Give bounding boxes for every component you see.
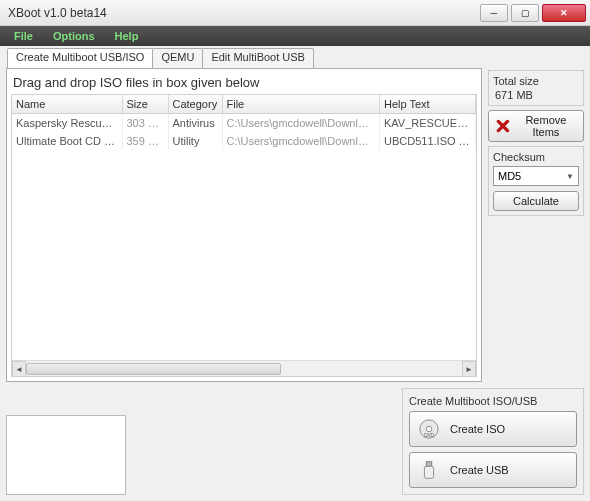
svg-text:DVD: DVD xyxy=(424,433,434,438)
tab-qemu[interactable]: QEMU xyxy=(152,48,203,68)
usb-icon xyxy=(418,459,440,481)
content-area: Create Multiboot USB/ISO QEMU Edit Multi… xyxy=(0,46,590,501)
menu-options[interactable]: Options xyxy=(43,28,105,44)
title-bar: XBoot v1.0 beta14 ─ ▢ ✕ xyxy=(0,0,590,26)
col-size[interactable]: Size xyxy=(122,95,168,114)
create-group: Create Multiboot ISO/USB DVD Create ISO … xyxy=(402,388,584,495)
svg-rect-3 xyxy=(426,462,432,467)
scroll-right-arrow-icon[interactable]: ► xyxy=(462,361,476,377)
create-usb-button[interactable]: Create USB xyxy=(409,452,577,488)
create-group-title: Create Multiboot ISO/USB xyxy=(409,395,577,407)
cell-file: C:\Users\gmcdowell\Downloads\ubcd511.iso xyxy=(222,132,380,150)
checksum-value: MD5 xyxy=(498,170,521,182)
create-iso-label: Create ISO xyxy=(450,423,505,435)
create-usb-label: Create USB xyxy=(450,464,509,476)
cell-category: Antivirus xyxy=(168,114,222,133)
total-size-box: Total size 671 MB xyxy=(488,70,584,106)
preview-box xyxy=(6,415,126,495)
cell-size: 303 MB xyxy=(122,114,168,133)
calculate-button[interactable]: Calculate xyxy=(493,191,579,211)
scroll-thumb[interactable] xyxy=(26,363,281,375)
maximize-button[interactable]: ▢ xyxy=(511,4,539,22)
svg-point-1 xyxy=(426,426,432,432)
cell-file: C:\Users\gmcdowell\Downloads\kav_rescue_… xyxy=(222,114,380,133)
tab-create-multiboot[interactable]: Create Multiboot USB/ISO xyxy=(7,48,153,68)
tab-edit-multiboot[interactable]: Edit MultiBoot USB xyxy=(202,48,314,68)
col-name[interactable]: Name xyxy=(12,95,122,114)
col-category[interactable]: Category xyxy=(168,95,222,114)
drop-hint: Drag and drop ISO files in box given bel… xyxy=(11,73,477,94)
menu-file[interactable]: File xyxy=(4,28,43,44)
menu-help[interactable]: Help xyxy=(105,28,149,44)
menu-bar: File Options Help xyxy=(0,26,590,46)
tab-panel-create: Drag and drop ISO files in box given bel… xyxy=(6,68,482,382)
horizontal-scrollbar[interactable]: ◄ ► xyxy=(12,360,476,376)
col-file[interactable]: File xyxy=(222,95,380,114)
checksum-box: Checksum MD5 ▼ Calculate xyxy=(488,146,584,216)
total-size-label: Total size xyxy=(493,75,579,87)
calculate-label: Calculate xyxy=(513,195,559,207)
dvd-icon: DVD xyxy=(418,418,440,440)
tab-strip: Create Multiboot USB/ISO QEMU Edit Multi… xyxy=(7,48,584,68)
cell-help: KAV_RESCUE_10 xyxy=(380,114,476,133)
cell-size: 359 MB xyxy=(122,132,168,150)
remove-items-button[interactable]: Remove Items xyxy=(488,110,584,142)
table-row[interactable]: Kaspersky Rescue Disk 303 MB Antivirus C… xyxy=(12,114,476,133)
svg-rect-4 xyxy=(424,466,433,478)
table-row[interactable]: Ultimate Boot CD 4 DOS 359 MB Utility C:… xyxy=(12,132,476,150)
bottom-bar: Create Multiboot ISO/USB DVD Create ISO … xyxy=(6,388,584,495)
close-button[interactable]: ✕ xyxy=(542,4,586,22)
cell-help: UBCD511.ISO (35 xyxy=(380,132,476,150)
table-empty-area[interactable] xyxy=(12,150,476,360)
minimize-button[interactable]: ─ xyxy=(480,4,508,22)
col-help[interactable]: Help Text xyxy=(380,95,476,114)
remove-items-label: Remove Items xyxy=(515,114,577,138)
cell-category: Utility xyxy=(168,132,222,150)
chevron-down-icon: ▼ xyxy=(566,172,574,181)
window-buttons: ─ ▢ ✕ xyxy=(480,4,586,22)
scroll-left-arrow-icon[interactable]: ◄ xyxy=(12,361,26,377)
table-header-row: Name Size Category File Help Text xyxy=(12,95,476,114)
cell-name: Ultimate Boot CD 4 DOS xyxy=(12,132,122,150)
create-iso-button[interactable]: DVD Create ISO xyxy=(409,411,577,447)
iso-table[interactable]: Name Size Category File Help Text Kasper… xyxy=(11,94,477,377)
sidebar: Total size 671 MB Remove Items Checksum … xyxy=(488,68,584,382)
window-title: XBoot v1.0 beta14 xyxy=(8,6,480,20)
checksum-label: Checksum xyxy=(493,151,579,163)
total-size-value: 671 MB xyxy=(493,87,579,101)
cell-name: Kaspersky Rescue Disk xyxy=(12,114,122,133)
remove-x-icon xyxy=(495,117,511,135)
checksum-select[interactable]: MD5 ▼ xyxy=(493,166,579,186)
